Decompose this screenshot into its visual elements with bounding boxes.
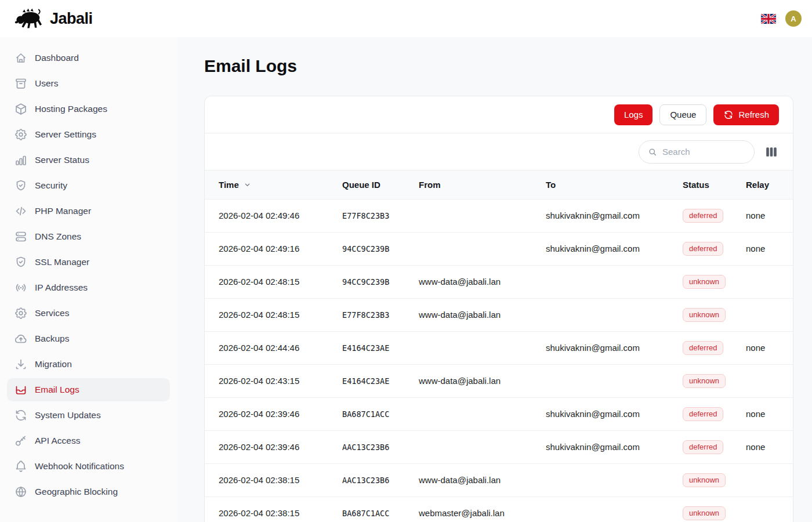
sidebar-item-api-access[interactable]: API Access bbox=[7, 429, 170, 452]
cell-time: 2026-02-04 02:44:46 bbox=[205, 331, 328, 364]
sidebar-item-php-manager[interactable]: PHP Manager bbox=[7, 200, 170, 223]
cell-time: 2026-02-04 02:38:15 bbox=[205, 496, 328, 522]
cell-status: unknown bbox=[669, 364, 732, 397]
cell-relay bbox=[732, 364, 793, 397]
cell-status: unknown bbox=[669, 463, 732, 496]
cloud-upload-icon bbox=[14, 332, 28, 346]
table-row[interactable]: 2026-02-04 02:44:46 E4164C23AE shukivakn… bbox=[205, 331, 793, 364]
gear-icon bbox=[14, 128, 28, 142]
sidebar-item-dns-zones[interactable]: DNS Zones bbox=[7, 225, 170, 248]
gear-icon bbox=[14, 306, 28, 320]
table-row[interactable]: 2026-02-04 02:49:16 94CC9C239B shukivakn… bbox=[205, 232, 793, 265]
status-badge: unknown bbox=[683, 275, 726, 289]
refresh-button[interactable]: Refresh bbox=[713, 104, 779, 125]
column-header-time[interactable]: Time bbox=[205, 171, 328, 199]
table-row[interactable]: 2026-02-04 02:39:46 AAC13C23B6 shukivakn… bbox=[205, 430, 793, 463]
sidebar-item-webhook-notifications[interactable]: Webhook Notifications bbox=[7, 455, 170, 478]
home-icon bbox=[14, 51, 28, 65]
sidebar-item-email-logs[interactable]: Email Logs bbox=[7, 378, 170, 401]
uk-flag-icon[interactable] bbox=[761, 14, 776, 24]
cell-queue-id: 94CC9C239B bbox=[328, 232, 405, 265]
cell-relay: none bbox=[732, 199, 793, 232]
cell-relay bbox=[732, 265, 793, 298]
cell-to bbox=[532, 463, 669, 496]
cell-queue-id: E4164C23AE bbox=[328, 331, 405, 364]
table-row[interactable]: 2026-02-04 02:48:15 E77F8C23B3 www-data@… bbox=[205, 298, 793, 331]
topbar-actions: A bbox=[761, 10, 802, 27]
code-icon bbox=[14, 204, 28, 218]
sort-chevron-down-icon bbox=[243, 180, 252, 189]
table-header-row: Time Queue ID From To Status Relay bbox=[205, 171, 793, 199]
status-badge: unknown bbox=[683, 308, 726, 322]
column-header-to: To bbox=[532, 171, 669, 199]
cell-time: 2026-02-04 02:43:15 bbox=[205, 364, 328, 397]
cell-from bbox=[405, 397, 532, 430]
table-row[interactable]: 2026-02-04 02:43:15 E4164C23AE www-data@… bbox=[205, 364, 793, 397]
globe-icon bbox=[14, 485, 28, 499]
sidebar-item-dashboard[interactable]: Dashboard bbox=[7, 46, 170, 70]
sidebar-item-backups[interactable]: Backups bbox=[7, 327, 170, 350]
cell-time: 2026-02-04 02:39:46 bbox=[205, 397, 328, 430]
cell-relay: none bbox=[732, 430, 793, 463]
cell-status: deferred bbox=[669, 199, 732, 232]
search-input[interactable] bbox=[662, 147, 746, 157]
app-root: Jabali A Dashboard Users Host bbox=[0, 0, 812, 522]
server-stack-icon bbox=[14, 230, 28, 244]
table-row[interactable]: 2026-02-04 02:48:15 94CC9C239B www-data@… bbox=[205, 265, 793, 298]
sidebar-item-security[interactable]: Security bbox=[7, 174, 170, 197]
sidebar-nav: Dashboard Users Hosting Packages Server … bbox=[0, 37, 177, 513]
status-badge: deferred bbox=[683, 440, 723, 454]
sidebar: Dashboard Users Hosting Packages Server … bbox=[0, 37, 177, 522]
logs-tab-button[interactable]: Logs bbox=[614, 104, 653, 125]
broadcast-icon bbox=[14, 281, 28, 295]
cell-from: webmaster@jabali.lan bbox=[405, 496, 532, 522]
table-row[interactable]: 2026-02-04 02:39:46 BA687C1ACC shukivakn… bbox=[205, 397, 793, 430]
bell-icon bbox=[14, 459, 28, 473]
cell-time: 2026-02-04 02:49:46 bbox=[205, 199, 328, 232]
sidebar-item-services[interactable]: Services bbox=[7, 302, 170, 325]
search-row bbox=[205, 133, 793, 171]
brand[interactable]: Jabali bbox=[14, 8, 93, 30]
cell-time: 2026-02-04 02:38:15 bbox=[205, 463, 328, 496]
avatar[interactable]: A bbox=[785, 10, 802, 27]
column-header-queue-id: Queue ID bbox=[328, 171, 405, 199]
package-icon bbox=[14, 102, 28, 116]
cell-queue-id: E77F8C23B3 bbox=[328, 298, 405, 331]
sidebar-item-server-status[interactable]: Server Status bbox=[7, 148, 170, 172]
sidebar-item-migration[interactable]: Migration bbox=[7, 353, 170, 376]
inbox-icon bbox=[14, 383, 28, 397]
cell-relay bbox=[732, 298, 793, 331]
columns-toggle-icon[interactable] bbox=[765, 146, 778, 158]
status-badge: deferred bbox=[683, 407, 723, 421]
cell-from bbox=[405, 199, 532, 232]
top-header: Jabali A bbox=[0, 0, 812, 37]
cell-to bbox=[532, 496, 669, 522]
card-toolbar: Logs Queue Refresh bbox=[205, 96, 793, 133]
sidebar-item-server-settings[interactable]: Server Settings bbox=[7, 123, 170, 146]
main-content: Email Logs Logs Queue Refresh bbox=[177, 37, 812, 522]
cell-time: 2026-02-04 02:48:15 bbox=[205, 298, 328, 331]
shell: Dashboard Users Hosting Packages Server … bbox=[0, 37, 812, 522]
sidebar-item-system-updates[interactable]: System Updates bbox=[7, 404, 170, 427]
refresh-label: Refresh bbox=[738, 110, 769, 119]
cell-status: unknown bbox=[669, 496, 732, 522]
sidebar-item-ssl-manager[interactable]: SSL Manager bbox=[7, 251, 170, 274]
cell-queue-id: AAC13C23B6 bbox=[328, 430, 405, 463]
table-row[interactable]: 2026-02-04 02:38:15 BA687C1ACC webmaster… bbox=[205, 496, 793, 522]
table-row[interactable]: 2026-02-04 02:49:46 E77F8C23B3 shukivakn… bbox=[205, 199, 793, 232]
cell-from bbox=[405, 430, 532, 463]
sidebar-item-geographic-blocking[interactable]: Geographic Blocking bbox=[7, 480, 170, 503]
status-badge: deferred bbox=[683, 341, 723, 355]
table-row[interactable]: 2026-02-04 02:38:15 AAC13C23B6 www-data@… bbox=[205, 463, 793, 496]
download-icon bbox=[14, 357, 28, 371]
cell-status: deferred bbox=[669, 397, 732, 430]
column-header-relay: Relay bbox=[732, 171, 793, 199]
sidebar-item-users[interactable]: Users bbox=[7, 72, 170, 95]
queue-tab-button[interactable]: Queue bbox=[659, 104, 706, 125]
sidebar-item-ip-addresses[interactable]: IP Addresses bbox=[7, 276, 170, 299]
sidebar-item-hosting-packages[interactable]: Hosting Packages bbox=[7, 97, 170, 121]
refresh-icon bbox=[14, 408, 28, 422]
email-logs-card: Logs Queue Refresh bbox=[204, 96, 793, 522]
archive-box-icon bbox=[14, 77, 28, 90]
search-icon bbox=[647, 147, 658, 157]
